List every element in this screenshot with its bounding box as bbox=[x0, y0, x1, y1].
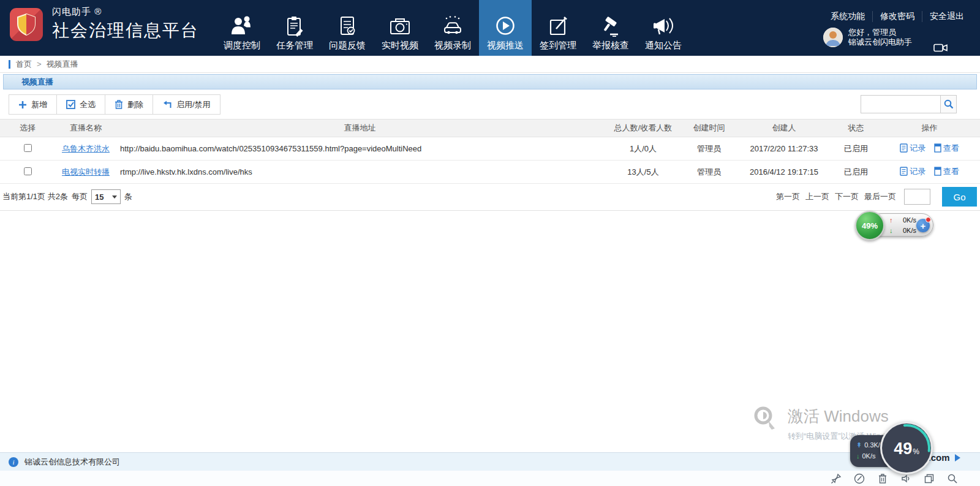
col-header-creator: 创建人 bbox=[735, 120, 833, 137]
next-page-link[interactable]: 下一页 bbox=[835, 191, 859, 202]
taskbar bbox=[0, 471, 980, 486]
play-circle-icon bbox=[493, 15, 518, 37]
greeting-line2: 锦诚云创闪电助手 bbox=[848, 37, 912, 47]
enable-disable-button[interactable]: 启用/禁用 bbox=[153, 95, 220, 114]
row-checkbox[interactable] bbox=[24, 144, 32, 152]
app-screen: 闪电助手 ® 社会治理信息平台 调度控制 bbox=[0, 0, 980, 486]
go-button[interactable]: Go bbox=[942, 187, 977, 207]
nav-item-notice[interactable]: 通知公告 bbox=[637, 0, 690, 56]
col-header-select: 选择 bbox=[0, 120, 55, 137]
nav-item-report-check[interactable]: 举报核查 bbox=[584, 0, 637, 56]
clipboard-view-icon bbox=[934, 143, 941, 153]
document-check-icon bbox=[335, 15, 360, 37]
view-action-label: 查看 bbox=[943, 143, 959, 154]
camera-icon bbox=[388, 15, 412, 37]
app-logo bbox=[10, 8, 43, 41]
nav-item-tasks[interactable]: 任务管理 bbox=[268, 0, 321, 56]
download-speed: 0K/s bbox=[897, 226, 916, 236]
first-page-link[interactable]: 第一页 bbox=[776, 191, 800, 202]
system-functions-link[interactable]: 系统功能 bbox=[823, 11, 872, 22]
nav-item-video-push[interactable]: 视频推送 bbox=[479, 0, 532, 56]
col-header-viewers: 总人数/收看人数 bbox=[603, 120, 683, 137]
nav-item-dispatch[interactable]: 调度控制 bbox=[216, 0, 268, 56]
nav-label: 实时视频 bbox=[382, 40, 418, 51]
search-group bbox=[861, 95, 957, 113]
net-speed-rows: ↑ 0K/s ↓ 0K/s bbox=[889, 215, 916, 236]
stream-name-link[interactable]: 乌鲁木齐洪水 bbox=[62, 144, 110, 153]
delete-button[interactable]: 删除 bbox=[105, 95, 153, 114]
live-stream-table: 选择 直播名称 直播地址 总人数/收看人数 创建时间 创建人 状态 操作 乌鲁木… bbox=[0, 119, 980, 184]
play-arrow-icon bbox=[955, 454, 960, 461]
nav-item-feedback[interactable]: 问题反馈 bbox=[321, 0, 374, 56]
speaker-icon[interactable] bbox=[900, 473, 911, 484]
search-input[interactable] bbox=[861, 95, 941, 113]
stream-creator: 管理员 bbox=[683, 161, 735, 184]
breadcrumb-separator: > bbox=[37, 59, 42, 69]
record-action[interactable]: 记录 bbox=[900, 166, 925, 177]
net-percent-badge[interactable]: 49% bbox=[855, 211, 884, 240]
last-page-link[interactable]: 最后一页 bbox=[864, 191, 896, 202]
page-number-input[interactable] bbox=[904, 189, 930, 205]
nav-label: 调度控制 bbox=[224, 40, 260, 51]
view-action-label: 查看 bbox=[943, 166, 959, 177]
pagination-bar: 当前第1/1页 共2条 每页 15 条 第一页 上一页 下一页 最后一页 Go bbox=[0, 183, 980, 211]
pagination-summary-group: 当前第1/1页 共2条 每页 15 条 bbox=[2, 189, 132, 204]
add-button[interactable]: 新增 bbox=[9, 95, 57, 114]
car-icon bbox=[440, 15, 465, 37]
plus-icon bbox=[18, 101, 27, 109]
nav-item-signin[interactable]: 签到管理 bbox=[532, 0, 584, 56]
clipboard-view-icon bbox=[934, 167, 941, 176]
shield-icon bbox=[16, 13, 37, 36]
toolbar: 新增 全选 删除 启用/禁用 bbox=[9, 94, 221, 115]
view-action[interactable]: 查看 bbox=[934, 143, 959, 154]
plus-icon: + bbox=[921, 221, 926, 231]
logo-area: 闪电助手 ® 社会治理信息平台 bbox=[10, 6, 199, 42]
header-right: 系统功能 修改密码 安全退出 您好，管理员 锦诚云创闪电助手 bbox=[823, 0, 971, 47]
nav-label: 举报核查 bbox=[592, 40, 629, 51]
prev-page-link[interactable]: 上一页 bbox=[805, 191, 829, 202]
search-icon[interactable] bbox=[947, 473, 958, 484]
video-camera-icon bbox=[933, 44, 948, 55]
chevron-down-icon bbox=[112, 196, 117, 199]
download-speed: 0K/s bbox=[862, 450, 876, 461]
clipboard-icon bbox=[282, 15, 307, 37]
nav-item-live-video[interactable]: 实时视频 bbox=[374, 0, 426, 56]
gavel-icon bbox=[598, 15, 623, 37]
avatar bbox=[823, 28, 843, 47]
stream-url: http://baidu.baomihua.com/watch/02535109… bbox=[116, 137, 603, 161]
floating-net-speed-widget[interactable]: 49% ↑ 0K/s ↓ 0K/s + bbox=[855, 211, 935, 240]
taskbar-icons bbox=[831, 473, 958, 484]
enable-disable-label: 启用/禁用 bbox=[176, 99, 211, 110]
stream-created-time: 2017/2/20 11:27:33 bbox=[735, 137, 833, 161]
record-action-label: 记录 bbox=[910, 143, 925, 154]
row-checkbox[interactable] bbox=[24, 167, 32, 175]
window-restore-icon[interactable] bbox=[924, 473, 935, 484]
section-title-bar: 视频直播 bbox=[3, 74, 977, 89]
search-button[interactable] bbox=[941, 95, 957, 113]
record-action[interactable]: 记录 bbox=[900, 143, 925, 154]
trash-icon bbox=[115, 100, 123, 109]
footer-bar: i 锦诚云创信息技术有限公司 bbox=[0, 452, 980, 471]
document-icon bbox=[900, 143, 908, 153]
greeting-line1: 您好，管理员 bbox=[848, 28, 912, 37]
nav-item-video-record[interactable]: 视频录制 bbox=[426, 0, 479, 56]
stream-viewers: 1人/0人 bbox=[603, 137, 683, 161]
select-all-button[interactable]: 全选 bbox=[57, 95, 105, 114]
stream-name-link[interactable]: 电视实时转播 bbox=[62, 167, 110, 177]
breadcrumb-current: 视频直播 bbox=[47, 59, 78, 70]
trash-icon[interactable] bbox=[877, 473, 888, 484]
breadcrumb-home[interactable]: 首页 bbox=[16, 59, 32, 70]
view-action[interactable]: 查看 bbox=[934, 166, 959, 177]
nav-label: 通知公告 bbox=[645, 40, 682, 51]
per-page-select[interactable]: 15 bbox=[91, 189, 121, 204]
logout-link[interactable]: 安全退出 bbox=[922, 11, 971, 22]
rocket-icon[interactable] bbox=[831, 473, 842, 484]
main-nav: 调度控制 任务管理 问题反馈 bbox=[216, 0, 690, 56]
search-icon bbox=[944, 99, 954, 109]
per-page-suffix: 条 bbox=[124, 191, 132, 202]
change-password-link[interactable]: 修改密码 bbox=[872, 11, 922, 22]
edit-circle-icon[interactable] bbox=[854, 473, 865, 484]
col-header-created-time: 创建时间 bbox=[683, 120, 735, 137]
platform-title: 社会治理信息平台 bbox=[52, 19, 199, 42]
col-header-actions: 操作 bbox=[879, 120, 980, 137]
